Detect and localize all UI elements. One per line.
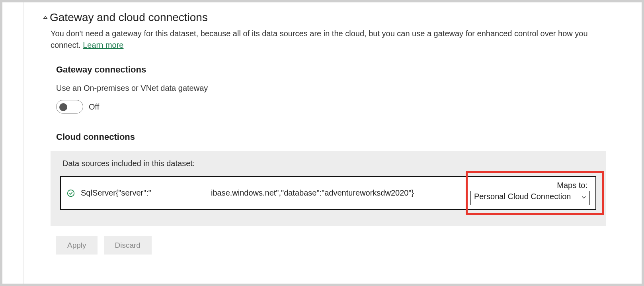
maps-to-select[interactable]: Personal Cloud Connection — [470, 191, 590, 205]
collapse-caret-icon[interactable] — [43, 15, 48, 20]
learn-more-link[interactable]: Learn more — [83, 41, 123, 49]
cloud-connections-heading: Cloud connections — [56, 132, 606, 142]
datasource-text: SqlServer{"server":" ibase.windows.net",… — [81, 188, 414, 198]
cloud-connections-box: Data sources included in this dataset: S… — [51, 151, 606, 226]
section-header[interactable]: Gateway and cloud connections — [43, 11, 606, 24]
datasource-left: SqlServer{"server":" ibase.windows.net",… — [66, 181, 465, 205]
svg-point-0 — [68, 190, 74, 196]
settings-panel: Gateway and cloud connections You don't … — [23, 2, 642, 284]
check-circle-icon — [66, 189, 75, 198]
gateway-connections-block: Gateway connections Use an On-premises o… — [56, 65, 606, 142]
datasource-row: SqlServer{"server":" ibase.windows.net",… — [60, 176, 596, 210]
maps-to-label: Maps to: — [557, 181, 590, 190]
section-title: Gateway and cloud connections — [50, 11, 208, 24]
gateway-toggle-label: Use an On-premises or VNet data gateway — [56, 84, 606, 93]
maps-to-select-wrap: Personal Cloud Connection — [470, 191, 590, 205]
section-description: You don't need a gateway for this datase… — [51, 28, 606, 51]
toggle-knob-icon — [59, 103, 67, 111]
gateway-toggle-state: Off — [89, 102, 99, 112]
gateway-toggle-switch[interactable] — [56, 100, 83, 114]
action-button-row: Apply Discard — [56, 236, 606, 255]
discard-button[interactable]: Discard — [104, 236, 152, 255]
section-description-text: You don't need a gateway for this datase… — [51, 29, 588, 49]
gateway-toggle-row: Off — [56, 100, 606, 114]
apply-button[interactable]: Apply — [56, 236, 98, 255]
datasource-right: Maps to: Personal Cloud Connection — [465, 181, 591, 205]
gateway-connections-heading: Gateway connections — [56, 65, 606, 75]
data-sources-label: Data sources included in this dataset: — [62, 159, 596, 168]
